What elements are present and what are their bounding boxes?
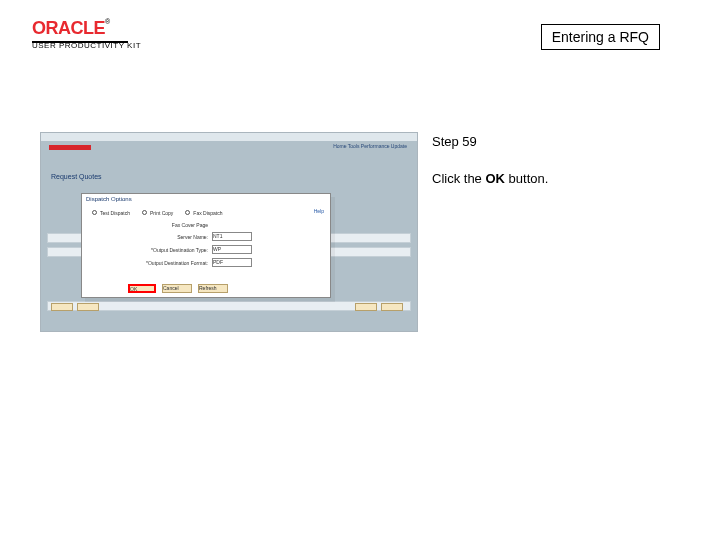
shot-small-button xyxy=(51,303,73,311)
shot-browser-bar xyxy=(41,133,417,141)
logo-brand-text: ORACLE xyxy=(32,18,105,38)
shot-small-button xyxy=(355,303,377,311)
step-text: Click the OK button. xyxy=(432,171,660,186)
step-text-prefix: Click the xyxy=(432,171,485,186)
shot-oracle-logo xyxy=(49,145,91,150)
shot-cancel-button: Cancel xyxy=(162,284,192,293)
shot-popup-title: Dispatch Options xyxy=(82,194,330,204)
content-area: Home Tools Performance Update Request Qu… xyxy=(40,132,660,332)
shot-field-output-type: WP xyxy=(212,245,252,254)
step-text-bold: OK xyxy=(485,171,505,186)
shot-row-fax-cover: Fax Cover Page xyxy=(122,222,252,228)
shot-popup-help-link: Help xyxy=(314,208,324,214)
oracle-upk-logo: ORACLE® USER PRODUCTIVITY KIT xyxy=(32,18,141,50)
shot-row-output-type: *Output Destination Type: WP xyxy=(122,245,252,254)
shot-field-server: NT1 xyxy=(212,232,252,241)
shot-nav-links: Home Tools Performance Update xyxy=(333,143,407,149)
shot-small-button xyxy=(381,303,403,311)
shot-radio-print-copy: Print Copy xyxy=(142,210,173,216)
shot-ok-button-highlighted: OK xyxy=(128,284,156,293)
shot-popup-dispatch-options: Dispatch Options Help Test Dispatch Prin… xyxy=(81,193,331,298)
shot-row-output-format: *Output Destination Format: PDF xyxy=(122,258,252,267)
logo-product-text: USER PRODUCTIVITY KIT xyxy=(32,41,141,50)
logo-trademark: ® xyxy=(105,18,110,25)
shot-field-output-format: PDF xyxy=(212,258,252,267)
step-number: Step 59 xyxy=(432,134,660,149)
shot-row-server-name: Server Name: NT1 xyxy=(122,232,252,241)
shot-refresh-button: Refresh xyxy=(198,284,228,293)
screenshot-thumbnail: Home Tools Performance Update Request Qu… xyxy=(40,132,418,332)
shot-small-button xyxy=(77,303,99,311)
document-title: Entering a RFQ xyxy=(541,24,660,50)
shot-page-title: Request Quotes xyxy=(51,173,102,180)
shot-radio-fax-dispatch: Fax Dispatch xyxy=(185,210,222,216)
step-instructions: Step 59 Click the OK button. xyxy=(432,132,660,332)
shot-radio-test-dispatch: Test Dispatch xyxy=(92,210,130,216)
step-text-suffix: button. xyxy=(505,171,548,186)
